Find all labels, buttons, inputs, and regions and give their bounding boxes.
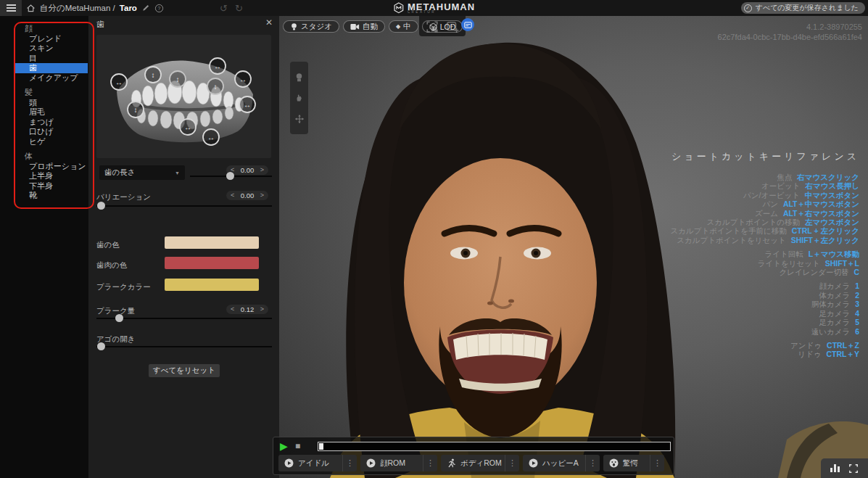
sidebar-item-head-hair[interactable]: 頭 <box>15 98 88 108</box>
svg-text:↔: ↔ <box>184 123 191 131</box>
teeth-control-handle[interactable]: ↕ <box>207 78 223 94</box>
sculpt-hand-icon[interactable] <box>294 93 304 103</box>
kebab-menu-icon[interactable]: ⋮ <box>585 455 600 471</box>
jaw-open-slider[interactable] <box>96 342 272 351</box>
character-name: Taro <box>120 4 137 12</box>
teeth-3d-preview[interactable]: ↔ ↕ ↕ ↔ ↔ ↕ ↔ ↕ ↔ ↔ <box>96 35 271 158</box>
anim-face-rom-button[interactable]: 顔ROM ⋮ <box>360 455 437 471</box>
lod-button[interactable]: LOD <box>422 20 463 33</box>
shortcut-reference: ショートカットキーリファレンス 焦点右マウスクリック オービット右マウス長押し … <box>671 150 859 364</box>
head-tool-icon[interactable] <box>294 73 304 83</box>
anim-body-rom-button[interactable]: ボディROM ⋮ <box>441 455 519 471</box>
gum-color-swatch[interactable] <box>165 257 259 269</box>
play-circle-icon <box>529 458 538 468</box>
3d-viewport[interactable]: スタジオ 自動 ◆ 中 LOD <box>279 16 868 478</box>
teeth-control-handle[interactable]: ↔ <box>235 71 251 87</box>
plaque-amount-slider[interactable] <box>96 314 272 323</box>
stop-button[interactable]: ■ <box>295 441 300 451</box>
teeth-control-handle[interactable]: ↔ <box>111 74 127 90</box>
svg-text:↔: ↔ <box>115 78 123 86</box>
metahuman-logo: METAHUMAN CREATOR <box>393 0 475 16</box>
save-status-toast: ✓ すべての変更が保存されました <box>741 2 865 14</box>
camera-auto-button[interactable]: 自動 <box>343 20 385 33</box>
sidebar-item-proportion[interactable]: プロポーション <box>15 162 88 172</box>
slider-thumb[interactable] <box>97 342 105 350</box>
sidebar-item-beard[interactable]: ヒゲ <box>15 137 88 147</box>
plaque-amount-value: 0.12 <box>241 305 255 313</box>
help-icon[interactable]: ? <box>154 4 164 13</box>
sidebar-item-mustache[interactable]: 口ひげ <box>15 127 88 137</box>
metahuman-hex-icon <box>393 2 404 14</box>
redo-icon[interactable]: ↻ <box>235 3 243 14</box>
sidebar-group-body: 体 <box>0 152 88 162</box>
quality-medium-button[interactable]: ◆ 中 <box>389 20 418 33</box>
svg-text:↕: ↕ <box>214 83 218 91</box>
plaque-color-swatch[interactable] <box>165 279 259 291</box>
sidebar-item-lower-body[interactable]: 下半身 <box>15 181 88 191</box>
sidebar-item-makeup[interactable]: メイクアップ <box>15 73 88 83</box>
slider-thumb[interactable] <box>97 202 105 210</box>
lighting-studio-button[interactable]: スタジオ <box>283 20 339 33</box>
plaque-amount-stepper: < 0.12 > <box>226 305 268 314</box>
teeth-control-handle[interactable]: ↔ <box>239 96 255 112</box>
timeline-scrubber[interactable] <box>318 442 671 451</box>
teeth-control-handle[interactable]: ↕ <box>170 71 186 87</box>
play-button[interactable]: ▶ <box>280 440 288 452</box>
sidebar-group-hair: 髪 <box>0 88 88 98</box>
teeth-control-handle[interactable]: ↕ <box>145 67 161 83</box>
sidebar-item-upper-body[interactable]: 上半身 <box>15 171 88 181</box>
quality-medium-label: 中 <box>403 22 411 32</box>
svg-text:↔: ↔ <box>244 101 251 109</box>
kebab-menu-icon[interactable]: ⋮ <box>650 455 664 471</box>
slider-thumb[interactable] <box>226 172 234 180</box>
variation-slider[interactable] <box>96 202 272 210</box>
teeth-control-handle[interactable]: ↕ <box>128 102 144 118</box>
animation-playback-bar: ▶ ■ アイドル ⋮ 顔ROM ⋮ <box>273 437 674 475</box>
teeth-control-handle[interactable]: ↔ <box>210 58 226 74</box>
tooth-color-swatch[interactable] <box>165 236 259 249</box>
sidebar-item-teeth[interactable]: 歯 <box>15 63 88 73</box>
sidebar-item-eyelashes[interactable]: まつげ <box>15 118 88 128</box>
tooth-length-dropdown-label: 歯の長さ <box>104 168 175 178</box>
tooth-length-dropdown[interactable]: 歯の長さ ▼ <box>99 165 185 180</box>
tooth-length-slider[interactable] <box>190 172 272 181</box>
fullscreen-icon[interactable] <box>848 463 859 474</box>
kebab-menu-icon[interactable]: ⋮ <box>342 455 357 471</box>
edit-pencil-icon[interactable] <box>141 4 150 12</box>
stats-bar-chart-icon[interactable] <box>830 464 840 472</box>
sidebar-item-skin[interactable]: スキン <box>15 44 88 54</box>
playhead[interactable] <box>319 443 323 450</box>
lightbulb-icon <box>290 22 298 31</box>
slider-thumb[interactable] <box>115 314 123 322</box>
kebab-menu-icon[interactable]: ⋮ <box>423 455 437 471</box>
hamburger-menu-icon[interactable] <box>0 0 22 16</box>
stepper-decrement[interactable]: < <box>231 305 234 314</box>
plaque-color-label: プラークカラー <box>96 282 151 292</box>
cube-icon <box>429 22 437 31</box>
reset-all-button[interactable]: すべてをリセット <box>149 364 220 377</box>
sidebar-item-eyebrows[interactable]: 眉毛 <box>15 107 88 118</box>
home-icon[interactable] <box>26 4 36 13</box>
viewport-toolbar: スタジオ 自動 ◆ 中 LOD <box>283 20 463 33</box>
teeth-properties-panel: 歯 ✕ <box>88 16 279 478</box>
sidebar-item-blend[interactable]: ブレンド <box>15 34 88 44</box>
stepper-increment[interactable]: > <box>260 305 264 314</box>
anim-shock-button[interactable]: 驚愕 ⋮ <box>603 455 664 471</box>
teeth-control-handle[interactable]: ↔ <box>203 129 219 145</box>
tooth-color-label: 歯の色 <box>96 240 120 250</box>
svg-text:↕: ↕ <box>152 71 155 79</box>
sidebar-item-eyes[interactable]: 目 <box>15 54 88 64</box>
anim-happy-a-button[interactable]: ハッピーA ⋮ <box>523 455 600 471</box>
sidebar-item-shoes[interactable]: 靴 <box>15 191 88 201</box>
stepper-decrement[interactable]: < <box>231 191 234 200</box>
undo-icon[interactable]: ↺ <box>220 3 228 14</box>
kebab-menu-icon[interactable]: ⋮ <box>505 455 519 471</box>
stepper-increment[interactable]: > <box>260 191 264 200</box>
account-badge-icon[interactable] <box>461 18 474 31</box>
teeth-control-handle[interactable]: ↔ <box>180 119 196 135</box>
move-tool-icon[interactable] <box>294 114 305 124</box>
svg-text:↔: ↔ <box>239 75 247 83</box>
close-icon[interactable]: ✕ <box>265 17 273 28</box>
anim-idle-button[interactable]: アイドル ⋮ <box>278 455 357 471</box>
runner-icon <box>447 458 456 468</box>
